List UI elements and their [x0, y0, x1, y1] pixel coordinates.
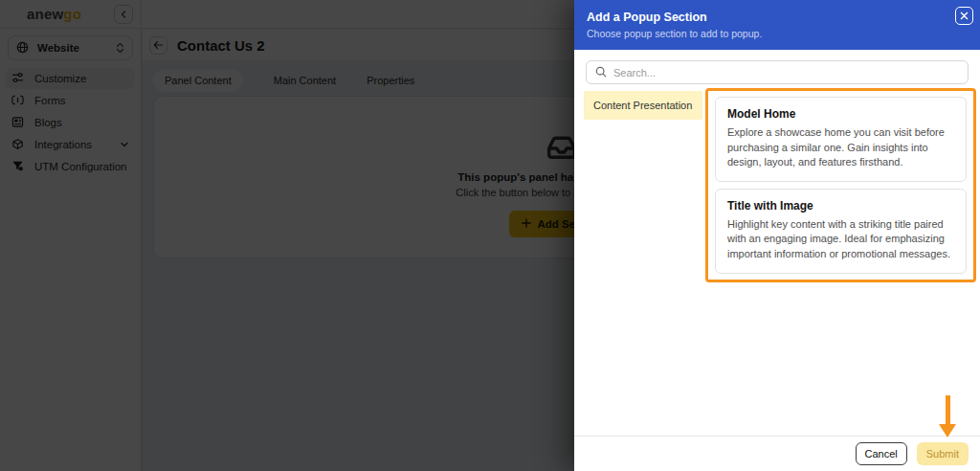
close-button[interactable] — [955, 7, 973, 25]
search-icon — [595, 64, 607, 81]
section-card-title-with-image[interactable]: Title with Image Highlight key content w… — [715, 189, 967, 274]
add-popup-section-modal: Add a Popup Section Choose popup section… — [574, 0, 980, 471]
section-card-title: Title with Image — [727, 199, 954, 213]
category-list: Content Presentation — [584, 88, 702, 282]
submit-button[interactable]: Submit — [917, 442, 969, 465]
section-card-model-home[interactable]: Model Home Explore a showcase home you c… — [715, 97, 967, 182]
modal-title: Add a Popup Section — [587, 11, 967, 24]
search-input[interactable] — [613, 67, 959, 78]
app-window: anewgo Website Customize Forms Blogs — [0, 0, 980, 471]
modal-subtitle: Choose popup section to add to popup. — [587, 28, 967, 39]
category-content-presentation[interactable]: Content Presentation — [584, 91, 702, 120]
modal-header: Add a Popup Section Choose popup section… — [574, 0, 980, 50]
sections-highlight-container: Model Home Explore a showcase home you c… — [705, 88, 976, 282]
modal-body: Content Presentation Model Home Explore … — [574, 84, 980, 282]
close-icon — [960, 9, 969, 23]
modal-footer: Cancel Submit — [574, 436, 980, 471]
section-card-description: Explore a showcase home you can visit be… — [727, 125, 954, 170]
search-bar — [586, 60, 969, 84]
cancel-button[interactable]: Cancel — [856, 442, 907, 465]
tutorial-arrow-pointer — [939, 395, 957, 439]
section-card-description: Highlight key content with a striking ti… — [727, 217, 954, 262]
section-card-title: Model Home — [727, 107, 954, 121]
arrow-shaft — [946, 395, 950, 425]
